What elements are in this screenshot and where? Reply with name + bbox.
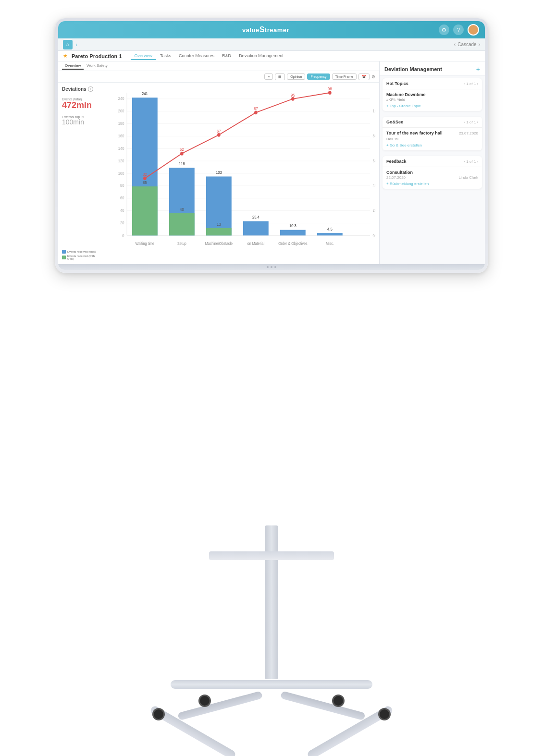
svg-text:118: 118 [179, 161, 185, 167]
monitor-indicator-dot-2 [271, 266, 272, 268]
svg-text:85: 85 [143, 180, 147, 185]
frequency-button[interactable]: Frequency [307, 73, 330, 80]
right-panel: Deviation Management + Hot Topics ‹ 1 of… [379, 61, 485, 264]
svg-text:Order & Objectives: Order & Objectives [278, 241, 307, 246]
feedback-next-icon[interactable]: › [477, 159, 478, 164]
svg-text:60%: 60% [373, 158, 376, 163]
feedback-title: Feedback [386, 159, 407, 164]
legend-item-blue: Events received (total) [62, 250, 100, 254]
hot-topics-item-subtitle: #KPI: Yield [386, 98, 478, 102]
go-see-pagination: ‹ 1 of 1 › [464, 120, 478, 124]
tab-overview[interactable]: Overview [131, 52, 157, 60]
svg-text:on Material: on Material [247, 241, 265, 246]
svg-text:80: 80 [120, 183, 124, 188]
hot-topics-add-link[interactable]: + Top - Create Topic [386, 104, 478, 108]
right-panel-header: Deviation Management + [380, 61, 485, 75]
svg-text:20: 20 [120, 220, 124, 225]
tab-tasks[interactable]: Tasks [156, 52, 175, 60]
feedback-item-title: Consultation [386, 170, 478, 175]
app-logo: valueStreamer [242, 25, 289, 34]
tab-rd[interactable]: R&D [218, 52, 235, 60]
svg-text:60: 60 [120, 195, 124, 201]
line-dot-4 [254, 110, 258, 114]
favorite-star-icon[interactable]: ★ [63, 53, 68, 59]
tab-counter-measures[interactable]: Counter Measures [175, 52, 218, 60]
back-button[interactable]: ‹ [75, 41, 77, 48]
calendar-icon[interactable]: 📅 [358, 73, 370, 80]
feedback-prev-icon[interactable]: ‹ [464, 159, 466, 164]
svg-text:13: 13 [217, 221, 221, 227]
svg-text:95: 95 [291, 92, 295, 98]
home-button[interactable]: ⌂ [63, 40, 73, 49]
svg-text:241: 241 [142, 91, 148, 96]
bar-blue-3 [206, 176, 232, 235]
sub-tab-work-safety[interactable]: Work Safety [84, 62, 110, 70]
opinion-button[interactable]: Opinion [287, 73, 305, 80]
bar-chart-svg: 0 20 40 60 80 100 120 140 160 180 200 [100, 86, 375, 260]
feedback-pagination: ‹ 1 of 1 › [464, 159, 478, 164]
svg-text:32: 32 [143, 172, 147, 177]
feedback-add-link[interactable]: + Rückmeldung erstellen [386, 182, 478, 186]
settings-icon[interactable]: ⚙ [439, 24, 449, 35]
svg-text:180: 180 [118, 121, 124, 126]
stand-leg-back-left [177, 691, 263, 720]
svg-text:20%: 20% [373, 208, 376, 213]
svg-text:80%: 80% [373, 133, 376, 138]
go-see-item-row: Tour of the new factory hall 23.07.2020 [386, 131, 478, 136]
hot-topics-body: Machine Downtime #KPI: Yield + Top - Cre… [383, 89, 482, 111]
chart-toolbar: ≡ ▦ Opinion Frequency Time Frame 📅 ⚙ [58, 71, 379, 83]
svg-text:87: 87 [254, 106, 258, 111]
nav-bar: ⌂ ‹ ‹ Cascade › [58, 38, 485, 51]
go-see-next-icon[interactable]: › [477, 120, 478, 124]
monitor-indicator-dot-3 [274, 266, 276, 268]
monitor-frame: valueStreamer ⚙ ? ⌂ ‹ ‹ Cascade › [55, 18, 488, 273]
svg-text:25.4: 25.4 [252, 215, 259, 220]
stand-crossbar [171, 680, 372, 689]
bar-blue-4 [243, 221, 269, 236]
bar-blue-5 [280, 230, 306, 236]
go-see-item-date: 23.07.2020 [459, 131, 478, 135]
svg-text:Misc.: Misc. [326, 241, 334, 246]
add-button[interactable]: + [476, 65, 480, 73]
sub-tab-overview[interactable]: Overview [62, 62, 84, 70]
user-avatar[interactable] [468, 24, 479, 36]
tab-deviation-management[interactable]: Deviation Management [235, 52, 287, 60]
list-view-button[interactable]: ≡ [264, 73, 273, 80]
svg-text:200: 200 [118, 109, 124, 114]
line-dot-5 [291, 97, 295, 101]
external-value: 100min [62, 119, 100, 125]
go-see-header: Go&See ‹ 1 of 1 › [383, 117, 482, 128]
go-see-add-link[interactable]: + Go & See erstellen [386, 143, 478, 147]
filter-icon[interactable]: ⚙ [371, 74, 375, 79]
monitor-stand [147, 506, 396, 737]
svg-text:103: 103 [216, 170, 222, 175]
legend-dot-green [62, 256, 66, 259]
stand-leg-front-left [149, 705, 237, 756]
chart-info-panel: Deviations i Events (total) 472min Exter… [62, 86, 100, 260]
cumulative-line [145, 93, 330, 178]
legend-dot-blue [62, 250, 66, 254]
feedback-item-date: 22.07.2020 [386, 175, 406, 180]
time-frame-button[interactable]: Time Frame [332, 73, 357, 80]
go-see-item-title: Tour of the new factory hall [386, 131, 443, 135]
go-see-prev-icon[interactable]: ‹ [464, 120, 466, 124]
svg-text:10.3: 10.3 [289, 223, 296, 229]
top-bar: valueStreamer ⚙ ? [58, 21, 485, 38]
hot-topics-next-icon[interactable]: › [477, 82, 478, 86]
info-icon[interactable]: i [88, 86, 93, 92]
go-see-item-subtitle: Hall 19 [386, 137, 478, 141]
cascade-next-icon[interactable]: › [479, 42, 480, 47]
monitor-screen: valueStreamer ⚙ ? ⌂ ‹ ‹ Cascade › [58, 21, 485, 270]
line-dot-3 [217, 133, 221, 137]
feedback-item-meta-row: 22.07.2020 Linda Clark [386, 175, 478, 180]
deviations-title: Deviations i [62, 86, 100, 92]
svg-text:240: 240 [118, 96, 124, 101]
stand-pole [265, 525, 278, 679]
feedback-card: Feedback ‹ 1 of 1 › Consultation 22.07.2… [383, 156, 482, 189]
svg-text:120: 120 [118, 158, 124, 163]
bar-view-button[interactable]: ▦ [275, 73, 285, 80]
svg-text:0%: 0% [373, 233, 376, 239]
cascade-prev-icon[interactable]: ‹ [454, 42, 456, 47]
hot-topics-prev-icon[interactable]: ‹ [464, 82, 466, 86]
help-icon[interactable]: ? [453, 24, 464, 35]
